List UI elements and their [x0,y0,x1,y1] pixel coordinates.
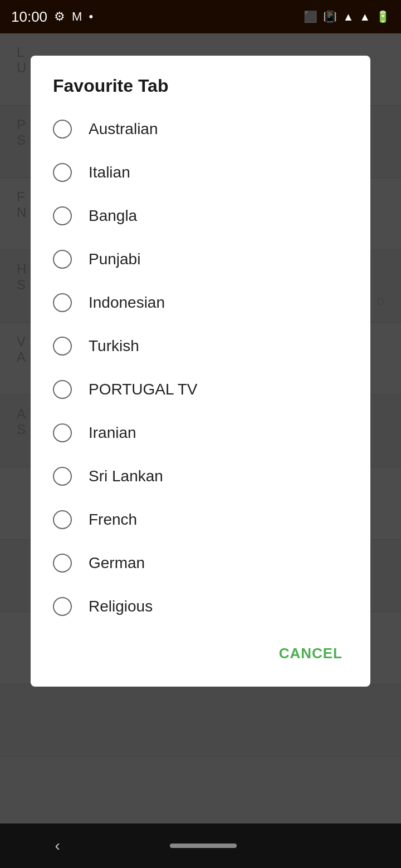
list-item[interactable]: PORTUGAL TV [31,368,370,411]
battery-icon: 🔋 [376,10,390,23]
list-item[interactable]: Bangla [31,194,370,238]
option-label-portugal-tv: PORTUGAL TV [89,381,198,398]
option-label-french: French [89,511,137,529]
dot-icon: • [89,9,93,24]
list-item[interactable]: Punjabi [31,238,370,281]
settings-icon: ⚙ [54,9,65,24]
radio-punjabi[interactable] [53,250,72,269]
radio-religious[interactable] [53,597,72,616]
radio-italian[interactable] [53,163,72,182]
option-label-punjabi: Punjabi [89,250,140,268]
option-label-australian: Australian [89,120,158,138]
list-item[interactable]: Religious [31,585,370,628]
dialog-actions: CANCEL [31,628,370,687]
list-item[interactable]: Australian [31,107,370,151]
list-item[interactable]: Sri Lankan [31,455,370,498]
signal-icon: ▲ [343,11,354,23]
list-item[interactable]: Iranian [31,411,370,455]
option-label-german: German [89,554,145,572]
option-label-iranian: Iranian [89,424,136,442]
list-item[interactable]: Turkish [31,324,370,368]
radio-iranian[interactable] [53,423,72,442]
radio-german[interactable] [53,554,72,573]
radio-sri-lankan[interactable] [53,467,72,486]
option-label-religious: Religious [89,598,153,615]
radio-turkish[interactable] [53,337,72,356]
option-label-sri-lankan: Sri Lankan [89,467,163,485]
radio-indonesian[interactable] [53,293,72,312]
option-label-indonesian: Indonesian [89,294,165,312]
list-item[interactable]: Indonesian [31,281,370,324]
status-bar: 10:00 ⚙ M • ⬛ 📳 ▲ ▲ 🔋 [0,0,401,33]
gmail-icon: M [72,9,82,24]
radio-bangla[interactable] [53,206,72,225]
home-indicator[interactable] [170,844,237,848]
list-item[interactable]: French [31,498,370,541]
favourite-tab-dialog: Favourite Tab Australian Italian Bangla … [31,56,370,687]
radio-french[interactable] [53,510,72,529]
option-label-italian: Italian [89,164,130,181]
wifi-icon: ▲ [359,11,370,23]
navigation-bar: ‹ [0,823,401,868]
dialog-title: Favourite Tab [31,56,370,107]
radio-portugal-tv[interactable] [53,380,72,399]
vibrate-icon: 📳 [323,10,337,23]
radio-australian[interactable] [53,120,72,139]
option-label-turkish: Turkish [89,337,139,355]
cancel-button[interactable]: CANCEL [268,637,354,670]
back-icon[interactable]: ‹ [55,837,60,855]
list-item[interactable]: German [31,541,370,585]
cast-icon: ⬛ [304,10,317,23]
status-time: 10:00 [11,8,47,26]
status-bar-right: ⬛ 📳 ▲ ▲ 🔋 [304,10,390,23]
option-label-bangla: Bangla [89,207,137,225]
status-bar-left: 10:00 ⚙ M • [11,8,93,26]
list-item[interactable]: Italian [31,151,370,194]
options-list: Australian Italian Bangla Punjabi Indone… [31,107,370,628]
